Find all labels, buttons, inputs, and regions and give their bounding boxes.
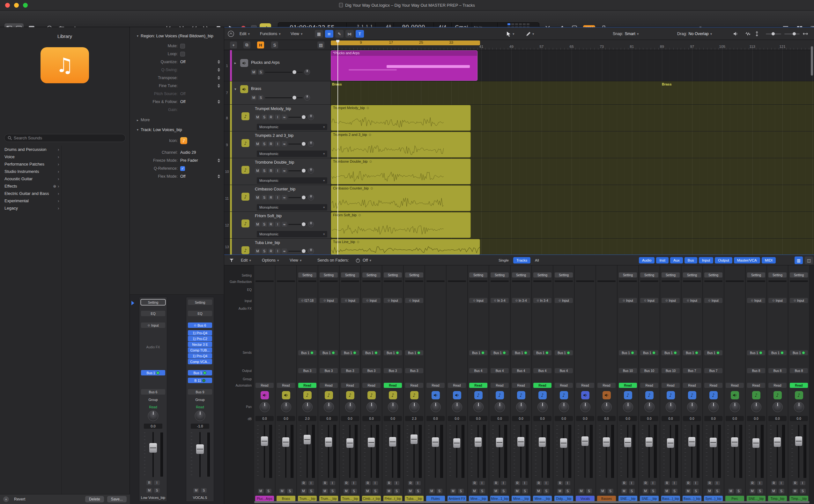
channel-send-slot[interactable]: B 11 (188, 378, 212, 383)
fader-thumb[interactable] (795, 436, 802, 446)
mute-button[interactable]: M (579, 489, 584, 493)
channel-setting-button[interactable]: Setting (469, 272, 487, 278)
filter-icon[interactable] (229, 255, 234, 266)
channel-send-slot[interactable]: Bus 1 (662, 350, 680, 355)
solo-button[interactable]: S (154, 488, 160, 493)
stepper-control[interactable] (218, 84, 220, 88)
wide-strips-icon[interactable]: ◫ (805, 256, 813, 264)
library-category-item[interactable]: Electric Guitar and Bass ⊕ › (0, 190, 61, 197)
input-monitor-button[interactable]: I (275, 195, 280, 200)
stepper-control[interactable] (218, 174, 220, 178)
inspector-row-value[interactable]: Off (180, 100, 185, 104)
mute-button[interactable]: M (255, 141, 260, 146)
channel-fader[interactable] (682, 423, 702, 480)
mixer-channel-strip[interactable]: Setting ⊙I17-18 Bus 1 Bus 3 Read ♪ 2.0 R… (297, 265, 318, 504)
fader-thumb[interactable] (196, 444, 204, 454)
track-lane[interactable]: Trumpets 2 and 3_bip⊙ (331, 131, 814, 158)
solo-button[interactable]: S (736, 489, 742, 493)
narrow-strips-icon[interactable]: ▥ (795, 256, 803, 264)
track-automation-icon[interactable]: ≡ (325, 30, 333, 38)
channel-icon[interactable]: ♪ (731, 391, 739, 399)
channel-setting-button[interactable]: Setting (747, 272, 765, 278)
record-enable-button[interactable]: R (268, 222, 274, 227)
solo-button[interactable]: S (330, 489, 336, 493)
mute-button[interactable]: M (408, 489, 413, 493)
channel-output-slot[interactable]: Bus 3 (341, 368, 359, 373)
audio-fx-slot[interactable]: 1) Pro-C2 (188, 336, 212, 341)
mute-button[interactable]: M (557, 489, 563, 493)
mixer-filter-aux[interactable]: Aux (670, 257, 683, 263)
channel-send-slot[interactable]: Bus 1 (747, 350, 765, 355)
channel-group-slot[interactable]: Group (188, 397, 212, 402)
input-monitor-button[interactable]: I (275, 222, 280, 227)
send-level-knob[interactable] (567, 351, 570, 354)
channel-send-slot[interactable]: Bus 1 (320, 350, 338, 355)
speaker-icon[interactable] (733, 27, 738, 40)
pan-knob[interactable] (666, 402, 676, 412)
send-level-knob[interactable] (759, 351, 762, 354)
record-enable-button[interactable]: R (387, 481, 392, 485)
solo-button[interactable]: S (672, 489, 677, 493)
track-volume-slider[interactable] (265, 70, 303, 75)
channel-icon[interactable]: ♪ (773, 391, 782, 399)
channel-output-slot[interactable]: Bus 8 (768, 368, 787, 373)
channel-output-slot[interactable]: Bus 4 (469, 368, 487, 373)
zoom-arrows-icon[interactable] (803, 27, 808, 40)
channel-name-plate[interactable]: SNE..._bip (640, 496, 659, 501)
mixer-channel-strip[interactable]: Setting ⊙ Bus 1 Read ♪ 0.0 R I M S Ambie… (447, 265, 468, 504)
channel-icon[interactable]: ♪ (367, 391, 376, 399)
solo-button[interactable]: S (201, 488, 207, 493)
add-circle-icon[interactable]: ⊕ (53, 184, 56, 189)
channel-input-slot[interactable]: ⊙Input (747, 298, 765, 303)
channel-setting-button[interactable]: Setting (512, 272, 530, 278)
channel-icon[interactable]: ♪ (325, 391, 333, 399)
solo-button[interactable]: S (586, 489, 592, 493)
volume-db-value[interactable]: 0.0 (341, 416, 359, 421)
track-icon[interactable]: ♪ (241, 246, 249, 254)
input-monitor-button[interactable]: I (714, 481, 720, 485)
pan-knob[interactable] (148, 411, 159, 421)
channel-group-slot[interactable]: Group (141, 397, 165, 402)
fader-thumb[interactable] (603, 437, 610, 447)
channel-input-slot[interactable]: ⊙Bus 6 (188, 322, 212, 328)
input-monitor-button[interactable]: I (501, 481, 506, 485)
pan-knob[interactable] (260, 402, 270, 412)
mute-button[interactable]: M (600, 489, 606, 493)
automation-mode-button[interactable]: Read (255, 383, 274, 388)
input-monitor-button[interactable]: I (522, 481, 528, 485)
fader-thumb[interactable] (496, 438, 503, 447)
channel-input-slot[interactable]: ⊙In 3-4 (512, 298, 530, 303)
drag-menu[interactable]: Drag:No Overlap▾ (677, 27, 712, 40)
mixer-edit-menu[interactable]: Edit▾ (241, 255, 251, 266)
mute-button[interactable]: M (258, 489, 264, 493)
input-monitor-button[interactable]: I (693, 481, 699, 485)
save-button[interactable]: Save... (107, 496, 127, 502)
channel-output-slot[interactable]: Bus 10 (662, 368, 680, 373)
library-category-item[interactable]: Studio Instruments ⊕ › (0, 168, 61, 175)
channel-setting-button[interactable]: Setting (491, 272, 509, 278)
mixer-filter-input[interactable]: Input (699, 257, 714, 263)
channel-icon[interactable]: ♪ (560, 391, 568, 399)
channel-send-slot[interactable]: Bus 1 (188, 370, 212, 375)
track-name[interactable]: Cimbasso Counter_bip (255, 187, 295, 191)
channel-send-slot[interactable]: Bus 1 (512, 350, 530, 355)
channel-name-plate[interactable]: Synt...)_bip (704, 496, 723, 501)
channel-input-slot[interactable]: ⊙Input (662, 298, 680, 303)
flex-mode-selector[interactable]: Monophonic▾ (257, 124, 327, 130)
track-pan-knob[interactable] (304, 95, 310, 100)
library-category-item[interactable]: Drums and Percussion ⊕ › (0, 146, 61, 153)
audio-fx-slot[interactable]: Nectar 3 E (188, 342, 212, 347)
channel-icon[interactable]: ♪ (389, 391, 397, 399)
stepper-control[interactable] (218, 76, 220, 80)
fader-thumb[interactable] (646, 437, 653, 447)
record-enable-button[interactable]: R (408, 481, 413, 485)
channel-send-slot[interactable]: Bus 1 (683, 350, 701, 355)
automation-mode-button[interactable]: Read (362, 383, 381, 388)
track-pan-knob[interactable] (308, 195, 314, 200)
track-volume-slider[interactable] (288, 222, 307, 227)
region[interactable]: Trombone Double_bip⊙ (331, 159, 471, 184)
flex-mode-selector[interactable]: Monophonic▾ (257, 151, 327, 157)
region[interactable]: Cimbasso Counter_bip⊙ (331, 185, 471, 211)
search-sounds-field[interactable]: Search Sounds (4, 134, 126, 142)
pan-knob[interactable] (773, 402, 783, 412)
